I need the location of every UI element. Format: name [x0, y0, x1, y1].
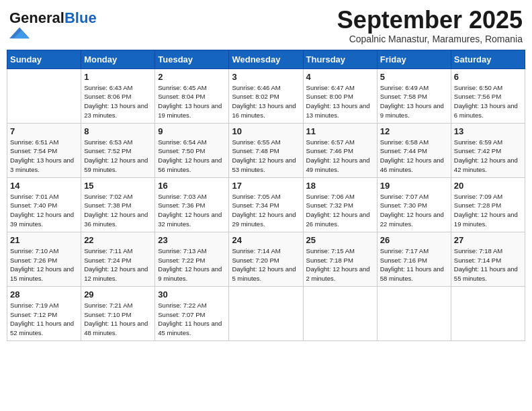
calendar-cell: 25Sunrise: 7:15 AMSunset: 7:18 PMDayligh… [303, 232, 377, 286]
day-info: Sunrise: 7:15 AMSunset: 7:18 PMDaylight:… [306, 246, 374, 283]
calendar-table: SundayMondayTuesdayWednesdayThursdayFrid… [7, 50, 525, 341]
calendar-cell: 8Sunrise: 6:53 AMSunset: 7:52 PMDaylight… [81, 123, 155, 177]
day-number: 27 [454, 235, 522, 245]
day-number: 23 [158, 235, 226, 245]
day-number: 3 [232, 72, 300, 82]
calendar-cell: 1Sunrise: 6:43 AMSunset: 8:06 PMDaylight… [81, 68, 155, 123]
day-number: 5 [380, 72, 448, 82]
logo-icon [9, 27, 30, 39]
day-number: 10 [232, 126, 300, 136]
day-number: 12 [380, 126, 448, 136]
calendar-week-row: 7Sunrise: 6:51 AMSunset: 7:54 PMDaylight… [7, 123, 525, 177]
calendar-cell: 24Sunrise: 7:14 AMSunset: 7:20 PMDayligh… [229, 232, 303, 286]
calendar-cell [451, 286, 525, 340]
day-number: 2 [158, 72, 226, 82]
day-number: 19 [380, 181, 448, 191]
calendar-cell [7, 68, 81, 123]
day-info: Sunrise: 6:47 AMSunset: 8:00 PMDaylight:… [306, 83, 374, 120]
day-info: Sunrise: 6:58 AMSunset: 7:44 PMDaylight:… [380, 138, 448, 175]
calendar-cell: 17Sunrise: 7:05 AMSunset: 7:34 PMDayligh… [229, 177, 303, 232]
day-number: 20 [454, 181, 522, 191]
day-info: Sunrise: 6:46 AMSunset: 8:02 PMDaylight:… [232, 83, 300, 120]
day-header-thursday: Thursday [303, 50, 377, 68]
day-info: Sunrise: 7:10 AMSunset: 7:26 PMDaylight:… [10, 246, 78, 283]
calendar-cell: 11Sunrise: 6:57 AMSunset: 7:46 PMDayligh… [303, 123, 377, 177]
logo-general-text: General [9, 9, 64, 26]
calendar-cell: 26Sunrise: 7:17 AMSunset: 7:16 PMDayligh… [377, 232, 451, 286]
title-section: September 2025 Copalnic Manastur, Maramu… [337, 7, 523, 44]
day-info: Sunrise: 7:14 AMSunset: 7:20 PMDaylight:… [232, 246, 300, 283]
calendar-week-row: 28Sunrise: 7:19 AMSunset: 7:12 PMDayligh… [7, 286, 525, 340]
day-number: 11 [306, 126, 374, 136]
calendar-cell: 22Sunrise: 7:11 AMSunset: 7:24 PMDayligh… [81, 232, 155, 286]
day-number: 14 [10, 181, 78, 191]
day-info: Sunrise: 7:09 AMSunset: 7:28 PMDaylight:… [454, 192, 522, 229]
day-info: Sunrise: 7:17 AMSunset: 7:16 PMDaylight:… [380, 246, 448, 283]
calendar-cell [377, 286, 451, 340]
calendar-week-row: 21Sunrise: 7:10 AMSunset: 7:26 PMDayligh… [7, 232, 525, 286]
day-info: Sunrise: 7:01 AMSunset: 7:40 PMDaylight:… [10, 192, 78, 229]
day-info: Sunrise: 6:49 AMSunset: 7:58 PMDaylight:… [380, 83, 448, 120]
day-info: Sunrise: 6:45 AMSunset: 8:04 PMDaylight:… [158, 83, 226, 120]
calendar-cell: 9Sunrise: 6:54 AMSunset: 7:50 PMDaylight… [155, 123, 229, 177]
day-number: 7 [10, 126, 78, 136]
day-number: 21 [10, 235, 78, 245]
calendar-week-row: 1Sunrise: 6:43 AMSunset: 8:06 PMDaylight… [7, 68, 525, 123]
day-info: Sunrise: 7:03 AMSunset: 7:36 PMDaylight:… [158, 192, 226, 229]
calendar-cell: 19Sunrise: 7:07 AMSunset: 7:30 PMDayligh… [377, 177, 451, 232]
day-info: Sunrise: 6:43 AMSunset: 8:06 PMDaylight:… [84, 83, 152, 120]
day-info: Sunrise: 6:57 AMSunset: 7:46 PMDaylight:… [306, 138, 374, 175]
calendar-cell: 18Sunrise: 7:06 AMSunset: 7:32 PMDayligh… [303, 177, 377, 232]
calendar-cell: 29Sunrise: 7:21 AMSunset: 7:10 PMDayligh… [81, 286, 155, 340]
calendar-cell: 7Sunrise: 6:51 AMSunset: 7:54 PMDaylight… [7, 123, 81, 177]
day-number: 13 [454, 126, 522, 136]
day-info: Sunrise: 7:02 AMSunset: 7:38 PMDaylight:… [84, 192, 152, 229]
day-info: Sunrise: 7:19 AMSunset: 7:12 PMDaylight:… [10, 301, 78, 338]
calendar-cell: 21Sunrise: 7:10 AMSunset: 7:26 PMDayligh… [7, 232, 81, 286]
day-number: 22 [84, 235, 152, 245]
day-info: Sunrise: 6:55 AMSunset: 7:48 PMDaylight:… [232, 138, 300, 175]
calendar-cell: 27Sunrise: 7:18 AMSunset: 7:14 PMDayligh… [451, 232, 525, 286]
day-number: 29 [84, 289, 152, 300]
day-header-monday: Monday [81, 50, 155, 68]
calendar-cell: 28Sunrise: 7:19 AMSunset: 7:12 PMDayligh… [7, 286, 81, 340]
day-info: Sunrise: 6:51 AMSunset: 7:54 PMDaylight:… [10, 138, 78, 175]
calendar-cell: 6Sunrise: 6:50 AMSunset: 7:56 PMDaylight… [451, 68, 525, 123]
calendar-cell: 13Sunrise: 6:59 AMSunset: 7:42 PMDayligh… [451, 123, 525, 177]
day-number: 15 [84, 181, 152, 191]
calendar-cell: 2Sunrise: 6:45 AMSunset: 8:04 PMDaylight… [155, 68, 229, 123]
calendar-cell [303, 286, 377, 340]
day-number: 1 [84, 72, 152, 82]
day-number: 28 [10, 289, 78, 300]
day-number: 16 [158, 181, 226, 191]
day-header-sunday: Sunday [7, 50, 81, 68]
logo-blue-text: Blue [64, 9, 97, 26]
calendar-cell: 10Sunrise: 6:55 AMSunset: 7:48 PMDayligh… [229, 123, 303, 177]
calendar-cell [229, 286, 303, 340]
day-info: Sunrise: 7:18 AMSunset: 7:14 PMDaylight:… [454, 246, 522, 283]
calendar-cell: 16Sunrise: 7:03 AMSunset: 7:36 PMDayligh… [155, 177, 229, 232]
calendar-cell: 20Sunrise: 7:09 AMSunset: 7:28 PMDayligh… [451, 177, 525, 232]
page-header: GeneralBlue September 2025 Copalnic Mana… [7, 7, 525, 44]
day-info: Sunrise: 6:59 AMSunset: 7:42 PMDaylight:… [454, 138, 522, 175]
day-info: Sunrise: 7:07 AMSunset: 7:30 PMDaylight:… [380, 192, 448, 229]
day-number: 24 [232, 235, 300, 245]
day-number: 4 [306, 72, 374, 82]
calendar-cell: 3Sunrise: 6:46 AMSunset: 8:02 PMDaylight… [229, 68, 303, 123]
day-number: 30 [158, 289, 226, 300]
day-info: Sunrise: 7:21 AMSunset: 7:10 PMDaylight:… [84, 301, 152, 338]
day-info: Sunrise: 7:13 AMSunset: 7:22 PMDaylight:… [158, 246, 226, 283]
day-number: 18 [306, 181, 374, 191]
day-number: 9 [158, 126, 226, 136]
calendar-cell: 4Sunrise: 6:47 AMSunset: 8:00 PMDaylight… [303, 68, 377, 123]
calendar-header-row: SundayMondayTuesdayWednesdayThursdayFrid… [7, 50, 525, 68]
location-subtitle: Copalnic Manastur, Maramures, Romania [337, 34, 523, 44]
day-info: Sunrise: 6:50 AMSunset: 7:56 PMDaylight:… [454, 83, 522, 120]
day-info: Sunrise: 7:22 AMSunset: 7:07 PMDaylight:… [158, 301, 226, 338]
calendar-cell: 12Sunrise: 6:58 AMSunset: 7:44 PMDayligh… [377, 123, 451, 177]
calendar-cell: 14Sunrise: 7:01 AMSunset: 7:40 PMDayligh… [7, 177, 81, 232]
day-header-tuesday: Tuesday [155, 50, 229, 68]
day-info: Sunrise: 6:54 AMSunset: 7:50 PMDaylight:… [158, 138, 226, 175]
day-number: 6 [454, 72, 522, 82]
day-info: Sunrise: 7:05 AMSunset: 7:34 PMDaylight:… [232, 192, 300, 229]
